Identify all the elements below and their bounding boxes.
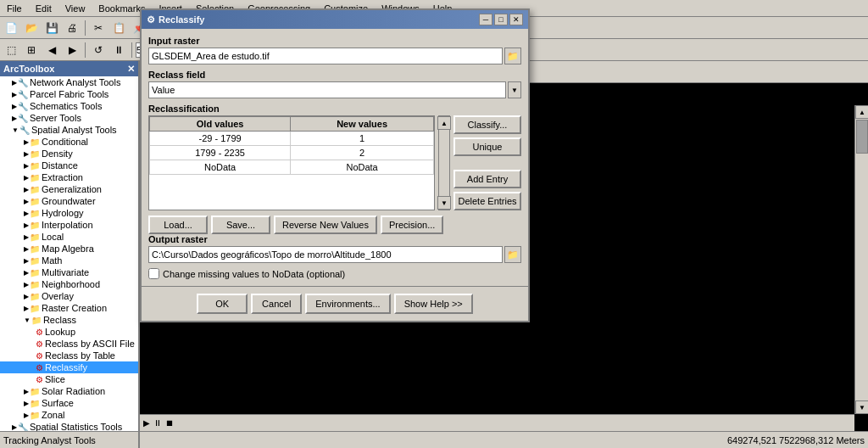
table-scroll-down[interactable]: ▼ <box>437 196 451 210</box>
table-row[interactable]: NoDataNoData <box>150 160 434 175</box>
zoom-layer-button[interactable]: ⊞ <box>22 41 41 59</box>
show-help-button[interactable]: Show Help >> <box>394 294 473 314</box>
scroll-up-arrow[interactable]: ▲ <box>855 105 868 119</box>
toolbox-item-density[interactable]: ▶ 📁Density <box>0 148 138 160</box>
toolbox-item-reclass-table[interactable]: ⚙Reclass by Table <box>0 350 138 361</box>
coordinates-display: 649274,521 7522968,312 Meters <box>727 435 865 445</box>
left-panel: ArcToolbox ✕ ▶ 🔧Network Analyst Tools▶ 🔧… <box>0 61 140 448</box>
missing-values-checkbox[interactable] <box>148 268 159 279</box>
print-button[interactable]: 🖨 <box>63 19 81 37</box>
reverse-button[interactable]: Reverse New Values <box>274 216 377 234</box>
toolbox-item-extraction[interactable]: ▶ 📁Extraction <box>0 171 138 183</box>
zoom-full-button[interactable]: ⬚ <box>2 41 20 59</box>
toolbox-item-spatial-statistics[interactable]: ▶ 🔧Spatial Statistics Tools <box>0 421 138 431</box>
cancel-button[interactable]: Cancel <box>251 294 302 314</box>
reclass-field-arrow[interactable]: ▼ <box>508 81 521 98</box>
ok-button[interactable]: OK <box>197 294 248 314</box>
play-icon[interactable]: ▶ <box>143 418 150 428</box>
dialog-body: Input raster 📁 Reclass field ▼ Reclassif… <box>142 29 528 286</box>
new-button[interactable]: 📄 <box>2 19 20 37</box>
menu-view[interactable]: View <box>62 3 89 14</box>
toolbox-item-parcel-fabric[interactable]: ▶ 🔧Parcel Fabric Tools <box>0 88 138 100</box>
toolbox-item-generalization[interactable]: ▶ 📁Generalization <box>0 183 138 195</box>
new-value-cell: 1 <box>291 132 434 146</box>
reclassify-dialog: ⚙ Reclassify ─ □ ✕ Input raster 📁 Reclas… <box>140 8 530 322</box>
table-scroll-up[interactable]: ▲ <box>437 116 451 130</box>
toolbox-item-math[interactable]: ▶ 📁Math <box>0 255 138 266</box>
environments-button[interactable]: Environments... <box>305 294 390 314</box>
copy-button[interactable]: 📋 <box>109 19 128 37</box>
dialog-close-button[interactable]: ✕ <box>509 14 523 25</box>
reclass-field-label: Reclass field <box>148 70 521 80</box>
toolbox-item-schematics[interactable]: ▶ 🔧Schematics Tools <box>0 100 138 112</box>
toolbox-close[interactable]: ✕ <box>127 64 135 75</box>
toolbox-item-multivariate[interactable]: ▶ 📁Multivariate <box>0 266 138 278</box>
toolbox-item-network-analyst[interactable]: ▶ 🔧Network Analyst Tools <box>0 76 138 88</box>
separator7 <box>85 42 86 58</box>
pause-icon[interactable]: ⏸ <box>153 418 162 428</box>
zoom-prev-button[interactable]: ◀ <box>42 41 61 59</box>
reclass-table-container: Old values New values -29 - 179911799 - … <box>148 115 521 210</box>
progress-area: ▶ ⏸ ⏹ <box>140 414 854 431</box>
input-raster-input[interactable] <box>148 48 503 64</box>
toolbox-item-groundwater[interactable]: ▶ 📁Groundwater <box>0 195 138 207</box>
toolbox-item-raster-creation[interactable]: ▶ 📁Raster Creation <box>0 302 138 314</box>
toolbox-item-conditional[interactable]: ▶ 📁Conditional <box>0 136 138 148</box>
toolbox-item-reclassify[interactable]: ⚙Reclassify <box>0 361 138 373</box>
spacer1 <box>453 160 521 166</box>
input-raster-browse-button[interactable]: 📁 <box>504 48 521 64</box>
toolbox-item-overlay[interactable]: ▶ 📁Overlay <box>0 290 138 302</box>
toolbox-item-solar-radiation[interactable]: ▶ 📁Solar Radiation <box>0 385 138 397</box>
toolbox-item-map-algebra[interactable]: ▶ 📁Map Algebra <box>0 243 138 255</box>
refresh-button[interactable]: ↺ <box>89 41 108 59</box>
table-row[interactable]: -29 - 17991 <box>150 132 434 146</box>
classify-button[interactable]: Classify... <box>453 115 521 134</box>
add-entry-button[interactable]: Add Entry <box>453 170 521 188</box>
toolbox-item-hydrology[interactable]: ▶ 📁Hydrology <box>0 207 138 219</box>
toolbox-item-zonal[interactable]: ▶ 📁Zonal <box>0 409 138 421</box>
table-action-buttons: Load... Save... Reverse New Values Preci… <box>148 216 521 234</box>
table-scrollbar: ▲ ▼ <box>438 115 450 210</box>
toolbox-item-reclass-ascii[interactable]: ⚙Reclass by ASCII File <box>0 338 138 350</box>
reclass-field-row: ▼ <box>148 81 521 98</box>
output-section: Output raster 📁 <box>148 234 521 263</box>
toolbox-item-slice[interactable]: ⚙Slice <box>0 373 138 385</box>
old-value-cell: -29 - 1799 <box>150 132 291 146</box>
open-button[interactable]: 📂 <box>22 19 41 37</box>
scroll-down-arrow[interactable]: ▼ <box>855 400 868 414</box>
output-raster-browse-button[interactable]: 📁 <box>504 246 521 263</box>
toolbox-item-interpolation[interactable]: ▶ 📁Interpolation <box>0 219 138 231</box>
table-row[interactable]: 1799 - 22352 <box>150 146 434 160</box>
pause-button[interactable]: ⏸ <box>109 41 128 59</box>
toolbox-item-reclass[interactable]: ▼ 📁Reclass <box>0 314 138 326</box>
dialog-maximize-button[interactable]: □ <box>494 14 508 25</box>
output-raster-input[interactable] <box>148 246 503 263</box>
cut-button[interactable]: ✂ <box>89 19 108 37</box>
stop-icon[interactable]: ⏹ <box>165 418 174 428</box>
scroll-track <box>855 119 868 400</box>
new-value-cell: NoData <box>291 160 434 175</box>
toolbox-item-local[interactable]: ▶ 📁Local <box>0 231 138 243</box>
menu-file[interactable]: File <box>3 3 25 14</box>
arcToolbox-header: ArcToolbox ✕ <box>0 61 138 76</box>
reclass-field-dropdown[interactable] <box>148 81 506 98</box>
separator1 <box>85 20 86 36</box>
precision-button[interactable]: Precision... <box>381 216 443 234</box>
toolbox-item-neighborhood[interactable]: ▶ 📁Neighborhood <box>0 278 138 290</box>
toolbox-item-surface[interactable]: ▶ 📁Surface <box>0 397 138 409</box>
save-button[interactable]: 💾 <box>42 19 61 37</box>
dialog-title: ⚙ Reclassify <box>147 14 204 25</box>
toolbox-item-server[interactable]: ▶ 🔧Server Tools <box>0 112 138 124</box>
save-button[interactable]: Save... <box>211 216 270 234</box>
scroll-thumb[interactable] <box>856 120 868 154</box>
load-button[interactable]: Load... <box>148 216 208 234</box>
toolbox-item-distance[interactable]: ▶ 📁Distance <box>0 160 138 171</box>
dialog-footer: OK Cancel Environments... Show Help >> <box>142 286 528 321</box>
menu-edit[interactable]: Edit <box>32 3 55 14</box>
zoom-next-button[interactable]: ▶ <box>63 41 81 59</box>
unique-button[interactable]: Unique <box>453 137 521 156</box>
toolbox-item-lookup[interactable]: ⚙Lookup <box>0 326 138 338</box>
dialog-minimize-button[interactable]: ─ <box>479 14 492 25</box>
delete-entries-button[interactable]: Delete Entries <box>453 192 521 210</box>
toolbox-item-spatial-analyst[interactable]: ▼ 🔧Spatial Analyst Tools <box>0 124 138 136</box>
